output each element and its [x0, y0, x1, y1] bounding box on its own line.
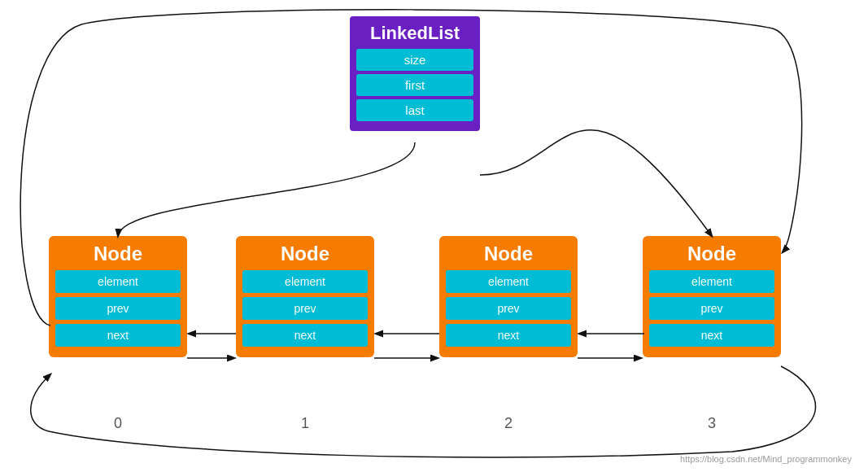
node-title-1: Node [242, 243, 368, 265]
node-field-0-element: element [55, 270, 181, 293]
ll-field-last: last [356, 99, 473, 121]
node-field-1-prev: prev [242, 297, 368, 320]
node-field-3-prev: prev [649, 297, 774, 320]
linkedlist-box: LinkedList size first last [350, 16, 480, 131]
node-field-0-prev: prev [55, 297, 181, 320]
node-title-3: Node [649, 243, 774, 265]
node-field-3-element: element [649, 270, 774, 293]
node-field-2-next: next [446, 324, 571, 347]
node-field-1-next: next [242, 324, 368, 347]
node-field-1-element: element [242, 270, 368, 293]
node-field-2-prev: prev [446, 297, 571, 320]
node-box-1: Node element prev next [236, 236, 374, 357]
node-title-2: Node [446, 243, 571, 265]
node-box-2: Node element prev next [439, 236, 578, 357]
node-field-0-next: next [55, 324, 181, 347]
node-index-2: 2 [439, 415, 578, 432]
node-index-3: 3 [643, 415, 781, 432]
linkedlist-title: LinkedList [356, 23, 473, 44]
node-field-2-element: element [446, 270, 571, 293]
node-box-0: Node element prev next [49, 236, 187, 357]
ll-field-first: first [356, 74, 473, 96]
node-field-3-next: next [649, 324, 774, 347]
ll-field-size: size [356, 49, 473, 71]
node-box-3: Node element prev next [643, 236, 781, 357]
url-text: https://blog.csdn.net/Mind_programmonkey [680, 454, 852, 464]
node-index-1: 1 [236, 415, 374, 432]
node-title-0: Node [55, 243, 181, 265]
node-index-0: 0 [49, 415, 187, 432]
